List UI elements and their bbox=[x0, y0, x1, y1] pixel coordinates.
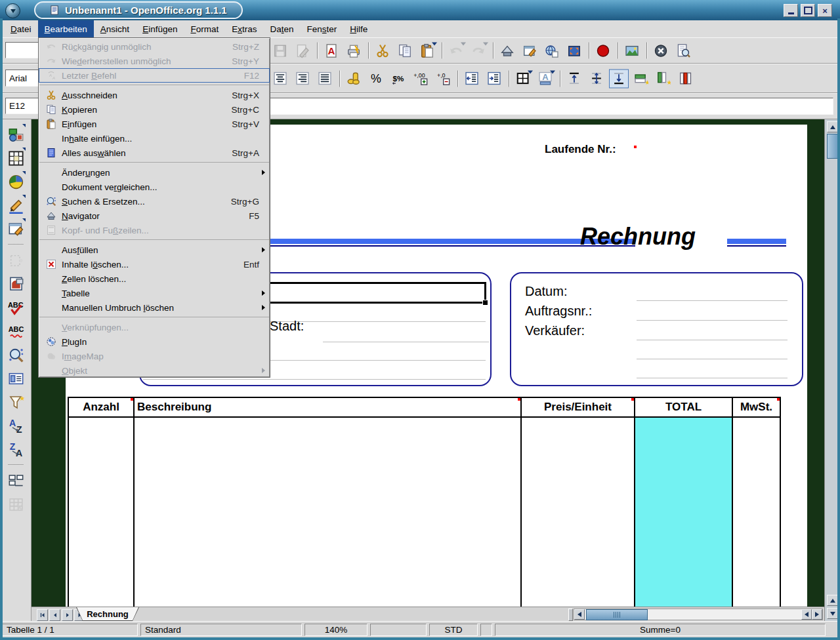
page-preview-icon[interactable] bbox=[674, 42, 692, 60]
insert-columns-icon[interactable]: ★ bbox=[654, 70, 673, 87]
menubar-item-ansicht[interactable]: Ansicht bbox=[94, 20, 136, 37]
menu-item-änderungen[interactable]: Änderungen bbox=[39, 165, 270, 180]
status-selection-mode[interactable]: STD bbox=[429, 624, 478, 636]
menu-item-letzter-befehl[interactable]: AALetzter BefehlF12 bbox=[39, 68, 270, 83]
sort-descending-icon[interactable]: ZA bbox=[5, 437, 26, 461]
decrease-indent-icon[interactable] bbox=[463, 70, 481, 87]
minimize-button[interactable] bbox=[784, 4, 798, 17]
data-sources-icon[interactable] bbox=[5, 367, 26, 390]
menu-item-alles-auswählen[interactable]: Alles auswählenStrg+A bbox=[39, 146, 270, 160]
record-macro-icon[interactable] bbox=[594, 42, 612, 60]
horizontal-scrollbar[interactable] bbox=[574, 609, 823, 620]
menubar-item-extras[interactable]: Extras bbox=[225, 20, 263, 37]
sheet-tab-rechnung[interactable]: Rechnung bbox=[76, 607, 139, 621]
scroll-right-button[interactable] bbox=[812, 609, 822, 620]
menu-item-tabelle[interactable]: Tabelle bbox=[39, 286, 270, 300]
scrollbar-splitter[interactable] bbox=[568, 609, 573, 621]
redo-icon[interactable] bbox=[469, 42, 488, 60]
group-icon[interactable] bbox=[5, 469, 26, 492]
stop-icon[interactable] bbox=[652, 42, 670, 60]
total-column-fill[interactable] bbox=[635, 417, 732, 607]
menu-item-kopieren[interactable]: KopierenStrg+C bbox=[39, 102, 270, 117]
menu-item-dokument-vergleichen[interactable]: Dokument vergleichen... bbox=[39, 180, 270, 194]
titlebar[interactable]: Unbenannt1 - OpenOffice.org 1.1.1 × bbox=[0, 0, 840, 20]
menu-item-plugin[interactable]: PlugIn bbox=[39, 334, 270, 349]
align-middle-icon[interactable] bbox=[587, 70, 606, 87]
status-sum[interactable]: Summe=0 bbox=[495, 624, 826, 636]
menu-item-inhalte-löschen[interactable]: Inhalte löschen...Entf bbox=[39, 257, 270, 271]
menubar-item-fenster[interactable]: Fenster bbox=[301, 20, 344, 37]
menu-item-objekt[interactable]: Objekt bbox=[39, 363, 270, 378]
background-color-icon[interactable]: A bbox=[536, 70, 555, 87]
menubar-item-hilfe[interactable]: Hilfe bbox=[343, 20, 374, 37]
edit-points-icon[interactable] bbox=[5, 249, 26, 272]
menubar-item-bearbeiten[interactable]: Bearbeiten bbox=[38, 20, 94, 37]
hyperlink-icon[interactable] bbox=[543, 42, 561, 60]
remove-decimal-icon[interactable]: +,0 bbox=[434, 70, 452, 87]
spellcheck-icon[interactable]: ABC bbox=[5, 296, 26, 319]
insert-object-icon[interactable] bbox=[5, 123, 26, 146]
print-icon[interactable] bbox=[345, 42, 363, 60]
maximize-button[interactable] bbox=[801, 4, 815, 17]
menubar-item-einfügen[interactable]: Einfügen bbox=[136, 20, 184, 37]
paste-icon[interactable] bbox=[418, 42, 436, 60]
next-sheet-button[interactable] bbox=[62, 609, 73, 621]
status-page-style[interactable]: Standard bbox=[140, 624, 302, 636]
increase-indent-icon[interactable] bbox=[485, 70, 503, 87]
themes-icon[interactable] bbox=[5, 272, 26, 296]
menu-item-ausschneiden[interactable]: AusschneidenStrg+X bbox=[39, 88, 270, 102]
delete-column-icon[interactable] bbox=[677, 70, 695, 87]
align-top-icon[interactable] bbox=[565, 70, 583, 87]
menu-item-kopf-und-fußzeilen[interactable]: Kopf- und Fußzeilen... bbox=[39, 223, 270, 237]
menu-item-suchen-ersetzen[interactable]: Suchen & Ersetzen...Strg+G bbox=[39, 194, 270, 209]
edit-file-icon[interactable] bbox=[293, 42, 312, 60]
close-button[interactable]: × bbox=[818, 4, 832, 17]
copy-icon[interactable] bbox=[396, 42, 414, 60]
menubar-item-format[interactable]: Format bbox=[184, 20, 225, 37]
form-controls-icon[interactable] bbox=[5, 217, 26, 241]
menu-item-rückgängig-unmöglich[interactable]: Rückgängig unmöglichStrg+Z bbox=[39, 39, 270, 54]
insert-cells-icon[interactable] bbox=[5, 146, 26, 170]
menu-item-verknüpfungen[interactable]: Verknüpfungen... bbox=[39, 320, 270, 334]
horizontal-scroll-thumb[interactable] bbox=[586, 609, 648, 620]
selection-handle[interactable] bbox=[482, 300, 488, 306]
scroll-left-end-button[interactable] bbox=[801, 609, 812, 620]
undo-icon[interactable] bbox=[447, 42, 465, 60]
sort-ascending-icon[interactable]: AZ bbox=[5, 414, 26, 437]
ungroup-icon[interactable] bbox=[5, 492, 26, 516]
previous-sheet-button[interactable] bbox=[49, 609, 60, 621]
insert-rows-icon[interactable]: ★ bbox=[632, 70, 650, 87]
menubar-item-daten[interactable]: Daten bbox=[264, 20, 301, 37]
draw-functions-icon[interactable] bbox=[5, 193, 26, 217]
menu-item-inhalte-einfügen[interactable]: Inhalte einfügen... bbox=[39, 131, 270, 146]
align-justify-icon[interactable] bbox=[316, 70, 334, 87]
save-icon[interactable] bbox=[271, 42, 289, 60]
insert-chart-icon[interactable] bbox=[5, 170, 26, 193]
find-replace-icon[interactable] bbox=[5, 343, 26, 367]
navigator-icon[interactable] bbox=[498, 42, 516, 60]
scroll-left-button[interactable] bbox=[574, 609, 585, 620]
menu-item-ausfüllen[interactable]: Ausfüllen bbox=[39, 243, 270, 257]
status-zoom-level[interactable]: 140% bbox=[304, 624, 368, 636]
menu-item-wiederherstellen-unmöglich[interactable]: Wiederherstellen unmöglichStrg+Y bbox=[39, 54, 270, 68]
add-decimal-icon[interactable]: +,00 bbox=[411, 70, 430, 87]
menu-item-einfügen[interactable]: EinfügenStrg+V bbox=[39, 117, 270, 131]
autospellcheck-icon[interactable]: ABC bbox=[5, 319, 26, 343]
align-right-icon[interactable] bbox=[293, 70, 312, 87]
window-menu-button[interactable] bbox=[5, 3, 20, 18]
autofilter-icon[interactable]: ★ bbox=[5, 390, 26, 414]
menu-item-navigator[interactable]: NavigatorF5 bbox=[39, 209, 270, 223]
align-bottom-icon[interactable] bbox=[610, 70, 628, 87]
menu-item-imagemap[interactable]: ImageMap bbox=[39, 349, 270, 363]
first-sheet-button[interactable] bbox=[37, 609, 48, 621]
cut-icon[interactable] bbox=[373, 42, 392, 60]
currency-icon[interactable] bbox=[345, 70, 363, 87]
export-pdf-icon[interactable]: A bbox=[322, 42, 341, 60]
percent-icon[interactable]: % bbox=[367, 70, 385, 87]
borders-icon[interactable] bbox=[514, 70, 532, 87]
stylist-icon[interactable] bbox=[520, 42, 539, 60]
menu-item-manuellen-umbruch-löschen[interactable]: Manuellen Umbruch löschen bbox=[39, 300, 270, 315]
gallery-icon[interactable] bbox=[623, 42, 641, 60]
align-center-icon[interactable] bbox=[271, 70, 289, 87]
menubar-item-datei[interactable]: Datei bbox=[4, 20, 38, 37]
